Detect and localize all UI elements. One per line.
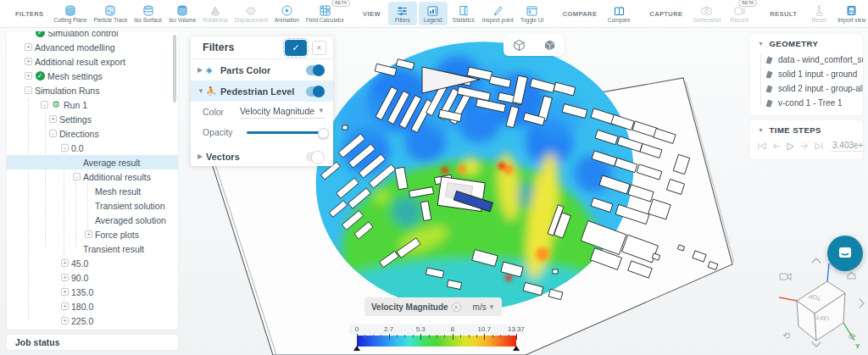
- tree-item-225-0[interactable]: +225.0: [7, 313, 178, 328]
- expand-icon[interactable]: +: [25, 58, 32, 65]
- wireframe-cube-button[interactable]: [504, 34, 534, 56]
- remove-field-icon[interactable]: ✕: [452, 302, 461, 312]
- opacity-slider[interactable]: [247, 131, 325, 134]
- expand-icon[interactable]: +: [85, 230, 92, 238]
- compare-button[interactable]: Compare: [604, 2, 633, 25]
- expand-icon[interactable]: +: [61, 259, 69, 267]
- particle-trace-button[interactable]: Particle Trace: [92, 2, 131, 25]
- filters-button[interactable]: Filters: [388, 2, 417, 25]
- view-mode-switcher: [504, 34, 565, 56]
- chat-widget-button[interactable]: [827, 236, 863, 271]
- apply-filters-button[interactable]: ✓: [285, 40, 307, 56]
- tree-item-additional-result-export[interactable]: +Additional result export: [7, 54, 178, 69]
- chevron-right-icon[interactable]: ▶: [198, 153, 206, 160]
- color-label: Color: [203, 107, 240, 117]
- parts-color-row[interactable]: ▶ ◈ Parts Color: [191, 59, 333, 80]
- tree-item-mesh-result[interactable]: Mesh result: [7, 184, 178, 198]
- tree-item-simulation-control[interactable]: ✓Simulation control: [7, 31, 178, 40]
- parts-color-toggle[interactable]: [306, 65, 325, 75]
- tree-item-180-0[interactable]: +180.0: [7, 299, 178, 313]
- import-view-button[interactable]: Import view: [835, 2, 868, 25]
- inspect-point-icon: [492, 5, 503, 16]
- statistics-button[interactable]: Statistics: [449, 2, 478, 25]
- legend-button[interactable]: Legend: [419, 2, 448, 25]
- skip-to-start-icon[interactable]: [758, 142, 766, 150]
- pedestrian-level-toggle[interactable]: [306, 86, 325, 97]
- pedestrian-level-row[interactable]: ▼ ⛹ Pedestrian Level: [191, 80, 333, 102]
- geometry-item[interactable]: v-cond 1 - Tree 1: [749, 96, 863, 110]
- legend-max-handle[interactable]: [513, 346, 520, 351]
- tree-item-run-1[interactable]: -⚙Run 1: [7, 97, 178, 112]
- tree-item-label: Additional result export: [35, 57, 125, 67]
- expand-icon[interactable]: +: [61, 317, 69, 324]
- tree-item-additional-results[interactable]: -Additional results: [7, 169, 178, 184]
- animation-button[interactable]: Animation: [272, 2, 302, 25]
- tree-scrollbar[interactable]: [173, 35, 176, 103]
- collapse-icon[interactable]: -: [25, 86, 32, 94]
- tree-item-settings[interactable]: +Settings: [7, 112, 178, 126]
- home-icon: [848, 273, 855, 280]
- geometry-item[interactable]: solid 2 input - group-all...: [749, 81, 863, 96]
- iso-surface-button[interactable]: Iso Surface: [131, 2, 164, 25]
- color-select[interactable]: Velocity Magnitude ▼: [240, 106, 325, 119]
- vectors-toggle[interactable]: [306, 152, 325, 162]
- play-icon[interactable]: [787, 142, 794, 151]
- tree-item-mesh-settings[interactable]: +✓Mesh settings: [7, 69, 178, 83]
- skip-to-end-icon[interactable]: [815, 142, 823, 150]
- tree-item-transient-result[interactable]: Transient result: [7, 241, 178, 256]
- toolbar-item-label: Import view: [837, 17, 865, 23]
- tree-item-transient-solution[interactable]: Transient solution: [7, 198, 178, 213]
- rotate-ccw-icon: ⟲: [782, 330, 790, 341]
- chevron-down-icon[interactable]: ▼: [198, 87, 206, 95]
- tree-item-label: Transient solution: [95, 201, 165, 211]
- inspect-point-button[interactable]: Inspect point: [480, 2, 516, 25]
- screenshot-icon: [701, 5, 712, 16]
- chevron-right-icon[interactable]: ▶: [198, 66, 206, 74]
- step-forward-icon[interactable]: [800, 142, 809, 150]
- collapse-icon[interactable]: -: [73, 173, 81, 180]
- geometry-header[interactable]: ▼ GEOMETRY: [749, 34, 863, 53]
- toggle-ui-button[interactable]: Toggle UI: [518, 2, 547, 25]
- tree-item-averaged-solution[interactable]: Averaged solution: [7, 213, 178, 227]
- time-steps-header[interactable]: ▼ TIME STEPS: [749, 120, 863, 139]
- iso-volume-button[interactable]: Iso Volume: [166, 2, 198, 25]
- tree-item-advanced-modelling[interactable]: +Advanced modelling: [7, 40, 178, 54]
- expand-icon[interactable]: +: [25, 43, 32, 51]
- unit-select[interactable]: m/s: [473, 302, 487, 312]
- record-button: RecordBETA: [725, 2, 754, 25]
- active-field-pill[interactable]: Velocity Magnitude ✕ m/s ▼: [364, 297, 502, 316]
- close-filters-button[interactable]: ×: [312, 41, 326, 55]
- step-back-icon[interactable]: [772, 142, 781, 150]
- tree-item-simulation-runs[interactable]: -Simulation Runs: [7, 83, 178, 97]
- job-status-bar[interactable]: Job status: [7, 335, 178, 350]
- tree-item-average-result[interactable]: Average result: [7, 155, 178, 169]
- legend-tick-labels: 02.75.3810.713.37: [349, 324, 524, 335]
- tree-item-45-0[interactable]: +45.0: [7, 256, 178, 270]
- collapse-icon[interactable]: -: [61, 144, 69, 152]
- geometry-item[interactable]: data - wind_comfort_su...: [749, 53, 863, 67]
- time-step-value[interactable]: 3.403e+: [831, 141, 865, 152]
- expand-icon[interactable]: +: [61, 302, 69, 310]
- solid-cube-button[interactable]: [534, 34, 565, 56]
- geometry-item[interactable]: solid 1 input - ground: [749, 67, 863, 81]
- y-axis-label: Y: [855, 342, 860, 350]
- tree-item-directions[interactable]: -Directions: [7, 126, 178, 141]
- expand-icon[interactable]: +: [49, 115, 57, 123]
- field-calculator-button[interactable]: Field CalculatorBETA: [303, 2, 347, 25]
- simulation-tree-panel[interactable]: ✓Simulation control+Advanced modelling+A…: [7, 31, 178, 330]
- iso-surface-icon: [143, 5, 153, 16]
- legend-min-handle[interactable]: [353, 346, 360, 351]
- toolbar-item-label: Iso Volume: [169, 17, 196, 23]
- tree-item-90-0[interactable]: +90.0: [7, 270, 178, 285]
- expand-icon[interactable]: +: [61, 274, 69, 281]
- expand-icon[interactable]: +: [61, 288, 69, 296]
- color-legend[interactable]: 02.75.3810.713.37: [349, 324, 524, 347]
- tree-item-135-0[interactable]: +135.0: [7, 285, 178, 299]
- collapse-icon[interactable]: -: [41, 101, 48, 108]
- toolbar-item-label: Iso Surface: [134, 17, 162, 23]
- expand-icon[interactable]: +: [25, 72, 32, 80]
- tree-item-force-plots[interactable]: +Force plots: [7, 227, 178, 241]
- collapse-icon[interactable]: -: [49, 130, 57, 137]
- cutting-plane-button[interactable]: Cutting Plane: [52, 2, 90, 25]
- tree-item-0-0[interactable]: -0.0: [7, 141, 178, 155]
